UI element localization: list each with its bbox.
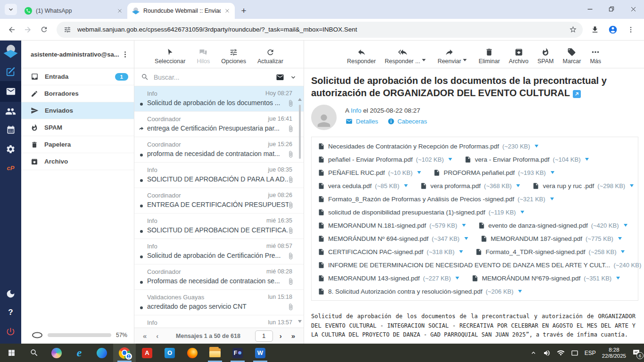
message-row[interactable]: Validaciones Guayaslun 15:18 acreditado … (134, 290, 304, 315)
attachment-menu-caret-icon[interactable] (535, 145, 538, 148)
forward-button[interactable]: Reenviar (438, 48, 461, 65)
search-options-chevron-icon[interactable] (289, 74, 297, 81)
copilot-icon[interactable] (45, 344, 68, 362)
site-info-icon[interactable] (62, 25, 73, 35)
f-app-icon[interactable]: F (226, 344, 249, 362)
edge-icon[interactable] (91, 344, 113, 362)
start-button[interactable] (0, 344, 23, 362)
message-row[interactable]: Infomié 08:57 Solicitud de aprobación de… (134, 239, 304, 264)
reply-button[interactable]: Responder (347, 48, 376, 65)
display-cast-icon[interactable] (571, 349, 578, 357)
outlook-icon[interactable]: O (158, 344, 181, 362)
next-page-button[interactable]: › (277, 332, 285, 340)
attachment-menu-caret-icon[interactable] (448, 158, 452, 161)
attachment-item[interactable]: vera - Enviar Proforma.pdf(~104 KB) (464, 156, 589, 164)
tab-whatsapp[interactable]: (1) WhatsApp (20, 3, 127, 19)
file-explorer-icon[interactable] (204, 344, 226, 362)
tab-close-icon[interactable] (224, 8, 230, 14)
attachment-item[interactable]: vera proforma.pdf(~368 KB) (420, 182, 520, 190)
attachment-menu-caret-icon[interactable] (630, 184, 634, 187)
message-row[interactable]: Coordinadorjue 16:41 entrega de Certific… (134, 112, 304, 137)
attachment-item[interactable]: 8. Solicitud Autorización contra y resol… (318, 288, 522, 296)
recipient-link[interactable]: Info (351, 107, 362, 114)
logout-power-icon[interactable] (0, 322, 21, 341)
scroll-down-icon[interactable] (298, 320, 302, 323)
restore-button[interactable] (601, 0, 622, 18)
message-row[interactable]: Coordinadorjue 15:26 proforma de necesid… (134, 137, 304, 163)
delete-button[interactable]: Eliminar (479, 48, 500, 65)
close-button[interactable] (622, 0, 644, 18)
dark-mode-moon-icon[interactable] (0, 284, 21, 303)
attachment-item[interactable]: evento de danza-signed-signed.pdf(~420 K… (478, 222, 627, 230)
search-input[interactable] (154, 74, 271, 81)
attachment-item[interactable]: PROFORMA peñafiel.pdf(~193 KB) (433, 169, 554, 177)
attachment-item[interactable]: Necesidades de Contratación y Recepción … (318, 142, 538, 150)
chrome-icon[interactable] (113, 344, 136, 362)
folder-spam[interactable]: SPAM (21, 119, 134, 136)
reload-icon[interactable] (36, 22, 52, 38)
new-tab-button[interactable]: + (238, 5, 250, 17)
message-row[interactable]: Infolun 13:57 (134, 315, 304, 328)
attachment-menu-caret-icon[interactable] (518, 290, 522, 293)
open-in-new-window-icon[interactable] (573, 90, 581, 98)
attachment-item[interactable]: Formato_8_Razón de Proformas y Análisis … (318, 195, 554, 203)
attachment-menu-caret-icon[interactable] (459, 250, 463, 253)
internet-explorer-icon[interactable]: e (68, 344, 91, 362)
threads-button[interactable]: Hilos (197, 48, 210, 65)
attachment-item[interactable]: CERTIFICACION PAC-signed.pdf(~318 KB) (318, 248, 463, 256)
attachment-menu-caret-icon[interactable] (462, 224, 466, 227)
tab-roundcube[interactable]: Roundcube Webmail :: Enviados (127, 3, 235, 19)
attachment-menu-caret-icon[interactable] (516, 184, 520, 187)
folder-entrada[interactable]: Entrada 1 (21, 68, 134, 85)
attachment-menu-caret-icon[interactable] (520, 211, 524, 214)
page-number-input[interactable] (255, 330, 273, 342)
attachment-item[interactable]: PEÑAFIEL RUC.pdf(~10 KB) (318, 169, 421, 177)
attachment-item[interactable]: INFORME DE DETERMINACION DE NECESIDAD EV… (318, 261, 644, 269)
tray-chevron-up-icon[interactable] (530, 349, 537, 356)
spam-button[interactable]: SPAM (537, 48, 554, 65)
dropdown-caret-icon[interactable] (422, 59, 426, 61)
message-row[interactable]: Coordinadorjue 08:26 ENTREGA DE CERTIFIC… (134, 188, 304, 214)
attachment-menu-caret-icon[interactable] (404, 184, 408, 187)
archive-button[interactable]: Archivo (509, 48, 528, 65)
search-scope-envelope-icon[interactable] (275, 73, 285, 82)
firefox-icon[interactable] (181, 344, 204, 362)
attachment-menu-caret-icon[interactable] (551, 171, 554, 174)
downloads-icon[interactable] (587, 22, 603, 38)
prev-page-button[interactable]: ‹ (153, 332, 161, 340)
browser-profile-icon[interactable] (605, 22, 620, 38)
wifi-icon[interactable] (557, 349, 565, 357)
attachment-menu-caret-icon[interactable] (417, 171, 421, 174)
select-button[interactable]: Seleccionar (155, 48, 185, 65)
attachment-item[interactable]: solicitud de disponibilidad presupuestar… (318, 208, 524, 216)
headers-toggle[interactable]: Cabeceras (388, 118, 427, 125)
calendar-icon[interactable] (0, 121, 21, 140)
last-page-button[interactable]: » (289, 332, 298, 340)
attachment-menu-caret-icon[interactable] (455, 277, 459, 280)
mail-icon[interactable] (0, 81, 21, 102)
message-row[interactable]: Infomié 16:35 SOLICITUD DE APROBACION DE… (134, 214, 304, 239)
attachment-menu-caret-icon[interactable] (621, 250, 625, 253)
bookmark-star-icon[interactable] (569, 25, 577, 33)
language-indicator[interactable]: ESP (585, 350, 596, 356)
help-icon[interactable]: ? (0, 303, 21, 322)
message-row[interactable]: InfoHoy 08:27 Solicitud de aprobación de… (134, 86, 304, 112)
attachment-item[interactable]: vera rup y ruc .pdf(~298 KB) (532, 182, 634, 190)
tab-search-chevron-icon[interactable] (5, 4, 17, 15)
scroll-up-icon[interactable] (298, 98, 302, 101)
first-page-button[interactable]: « (140, 332, 149, 340)
back-icon[interactable] (4, 22, 20, 38)
attachment-menu-caret-icon[interactable] (550, 197, 554, 200)
reply-all-button[interactable]: Responder ... (385, 48, 420, 65)
settings-gear-icon[interactable] (0, 140, 21, 158)
attachment-item[interactable]: MEMORANDUM N.181-signed.pdf(~579 KB) (318, 222, 466, 230)
attachment-item[interactable]: vera cedula.pdf(~85 KB) (318, 182, 408, 190)
folder-archivo[interactable]: Archivo (21, 153, 134, 170)
mark-button[interactable]: Marcar (563, 48, 581, 65)
url-text[interactable]: webmail.sanjuan.gob.ec/cpsess6426731059/… (77, 26, 564, 33)
tab-close-icon[interactable] (117, 8, 123, 14)
forward-icon[interactable] (20, 22, 36, 38)
attachment-item[interactable]: Formato_4_TDR-signed-signed.pdf(~258 KB) (475, 248, 625, 256)
attachment-item[interactable]: MEMORÁNDUM Nº 694-signed.pdf(~347 KB) (318, 235, 468, 243)
attachment-menu-caret-icon[interactable] (585, 158, 589, 161)
